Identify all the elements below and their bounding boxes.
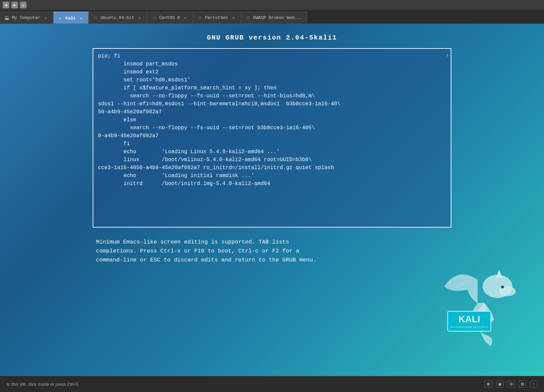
status-right: ⊞ ◉ ⊟ ⊠ ↑	[485, 380, 537, 388]
tab-kali[interactable]: ▶ kali ✕	[53, 12, 89, 24]
status-left: to this VM, click inside or press Ctrl-G	[7, 382, 79, 387]
grub-editor-content: pio; fi insmod part_msdos insmod ext2 se…	[98, 52, 446, 188]
tab-centos-close[interactable]: ✕	[183, 15, 188, 21]
tab-ubuntu-label: Ubuntu 64-bit	[101, 15, 134, 20]
tab-ubuntu-close[interactable]: ✕	[137, 15, 142, 21]
tab-my-computer-close[interactable]: ✕	[43, 15, 48, 21]
tab-parrotsec-icon: □	[198, 16, 202, 20]
tab-parrotsec-label: ParrotSec	[205, 15, 228, 20]
status-bar: to this VM, click inside or press Ctrl-G…	[0, 376, 544, 392]
back-icon[interactable]: ◀	[3, 2, 9, 8]
svg-text:BY OFFENSIVE SECURITY: BY OFFENSIVE SECURITY	[450, 326, 488, 329]
status-text: to this VM, click inside or press Ctrl-G	[7, 382, 79, 387]
tab-my-computer[interactable]: 💻 My Computer ✕	[0, 12, 53, 24]
grub-title: GNU GRUB version 2.04-5kali1	[207, 34, 337, 42]
kali-dragon-watermark: KALI BY OFFENSIVE SECURITY	[418, 260, 534, 353]
browser-toolbar: ◀ ▶ ↻	[0, 0, 544, 10]
forward-icon[interactable]: ▶	[11, 2, 18, 8]
tab-kali-close[interactable]: ✕	[78, 15, 84, 21]
tab-my-computer-label: My Computer	[12, 15, 41, 20]
scroll-up-indicator: ↑	[446, 52, 449, 59]
svg-point-3	[501, 286, 503, 288]
tab-owasp[interactable]: □ OWASP Broken Web...	[241, 12, 307, 24]
grub-editor[interactable]: ↑ pio; fi insmod part_msdos insmod ext2 …	[93, 48, 451, 228]
tab-kali-icon: ▶	[58, 16, 63, 20]
grub-help-line2: completions. Press Ctrl-x or F10 to boot…	[96, 246, 451, 255]
status-icon-5[interactable]: ↑	[530, 380, 537, 388]
tab-kali-label: kali	[65, 16, 76, 21]
tab-owasp-icon: □	[246, 16, 250, 20]
reload-icon[interactable]: ↻	[20, 2, 27, 8]
tab-owasp-label: OWASP Broken Web...	[253, 15, 302, 20]
tab-parrotsec[interactable]: □ ParrotSec ✕	[193, 12, 241, 24]
grub-help: Minimum Emacs-like screen editing is sup…	[93, 238, 451, 265]
svg-text:KALI: KALI	[458, 314, 480, 324]
tab-bar: 💻 My Computer ✕ ▶ kali ✕ □ Ubuntu 64-bit…	[0, 10, 544, 24]
tab-centos-label: CentOS 8	[159, 15, 180, 20]
status-icon-4[interactable]: ⊠	[519, 380, 526, 388]
tab-centos[interactable]: □ CentOS 8 ✕	[147, 12, 193, 24]
grub-help-line1: Minimum Emacs-like screen editing is sup…	[96, 238, 451, 246]
grub-help-line3: command-line or ESC to discard edits and…	[96, 255, 451, 264]
status-icon-2[interactable]: ◉	[496, 380, 503, 388]
tab-parrotsec-close[interactable]: ✕	[231, 15, 236, 21]
tab-ubuntu[interactable]: □ Ubuntu 64-bit ✕	[89, 12, 147, 24]
tab-my-computer-icon: 💻	[5, 16, 9, 20]
tab-ubuntu-icon: □	[93, 16, 98, 20]
nav-icons: ◀ ▶ ↻	[3, 2, 27, 8]
vm-screen[interactable]: KALI BY OFFENSIVE SECURITY GNU GRUB vers…	[0, 24, 544, 376]
status-icon-1[interactable]: ⊞	[485, 380, 492, 388]
status-icon-3[interactable]: ⊟	[507, 380, 515, 388]
tab-centos-icon: □	[152, 16, 156, 20]
